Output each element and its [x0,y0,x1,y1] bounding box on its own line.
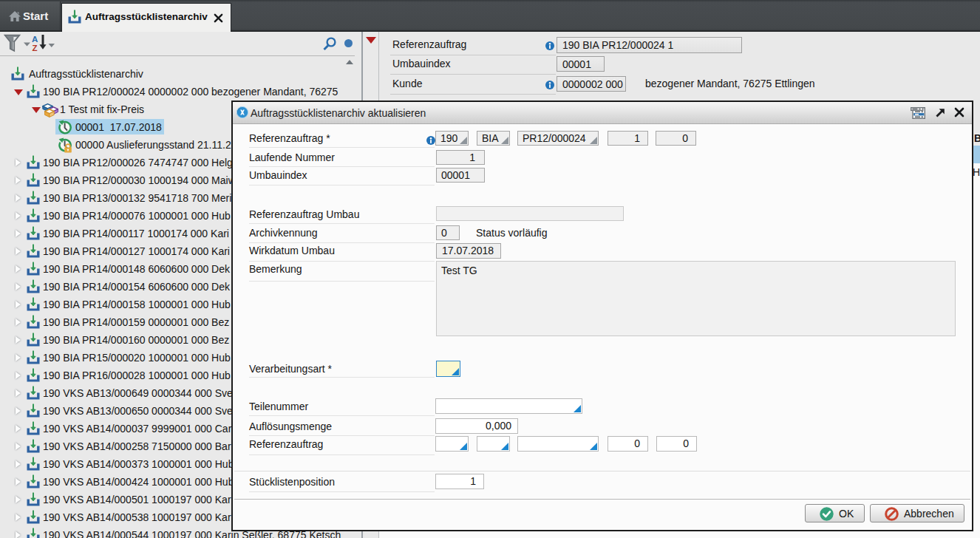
form-row: Kundebezogener Mandant, 76275 Ettlingen [390,75,980,94]
laufende-nummer-field[interactable]: 1 [436,150,485,165]
tree-expander-collapsed-icon[interactable] [14,242,24,260]
ok-button[interactable]: OK [805,504,865,522]
tree-expander-collapsed-icon[interactable] [14,296,24,313]
tree-expander-collapsed-icon[interactable] [14,384,24,402]
group-separator [234,471,970,471]
tab-start[interactable]: Start [0,1,61,30]
tree-expander-collapsed-icon[interactable] [14,189,24,207]
status-text: Status vorläufig [476,227,548,239]
referenzauftrag2-part-field[interactable]: 0 [608,436,648,452]
referenzauftrag2-part-field[interactable]: 0 [656,436,697,452]
referenzauftrag-umbau-field[interactable] [436,206,624,221]
filter-button[interactable] [4,34,32,54]
row-separator [249,185,435,185]
dialog-detach-icon[interactable] [935,107,946,119]
ok-check-icon [820,507,834,521]
tree-item-label: 190 VKS AB14/000373 1000001 000 Hub [43,455,234,473]
panel-collapse-icon[interactable] [366,37,376,44]
dialog-field-label: Teilenummer [249,401,308,412]
aufloesungsmenge-field[interactable]: 0,000 [435,418,518,434]
form-row: Referenzauftrag [390,35,980,55]
form-label: Kunde [392,78,422,89]
tab-close-icon[interactable] [214,13,223,23]
tree-item-label: 190 BIA PR12/000030 1000194 000 Maiw [43,171,236,189]
teilenummer-field[interactable] [435,398,582,414]
form-input[interactable] [557,76,626,92]
referenzauftrag-part-field[interactable]: 1 [608,131,648,146]
tree-item-label: 00000 Auslieferungsstand 21.11.2 [75,136,231,154]
tree-expander-collapsed-icon[interactable] [14,473,24,491]
dialog-close-icon[interactable] [954,107,964,119]
toolbar-separator [0,55,355,56]
row-separator [249,281,435,282]
history-clock-lock-icon [57,137,72,152]
cancel-button[interactable]: Abbrechen [870,504,964,522]
tree-expander-collapsed-icon[interactable] [14,526,24,538]
form-input[interactable] [557,37,742,53]
wirkdatum-umbau-field[interactable]: 17.07.2018 [436,243,501,259]
dialog-field-label: Referenzauftrag [249,438,323,450]
tree-expander-collapsed-icon[interactable] [14,154,24,171]
umbauindex-field[interactable]: 00001 [436,168,485,183]
tree-expander-collapsed-icon[interactable] [14,402,24,420]
referenzauftrag2-part-field[interactable] [517,436,599,452]
search-icon[interactable] [322,36,337,51]
tree-item[interactable]: 190 BIA PR12/000024 0000002 000 bezogene… [0,83,361,101]
tree-item-label: 190 VKS AB14/000424 1000001 000 Hub [43,473,234,491]
referenzauftrag-part-field[interactable]: 190 [435,131,469,146]
verarbeitungsart-field[interactable] [436,361,460,377]
tree-expander-collapsed-icon[interactable] [14,437,24,455]
tree-expander-collapsed-icon[interactable] [14,331,24,349]
tree-item-label: 190 VKS AB13/000650 0000344 000 Sve [43,402,233,420]
download-tray-icon [26,474,41,489]
tree-expander-collapsed-icon[interactable] [14,225,24,242]
form-input[interactable] [557,56,605,72]
tree-expander-collapsed-icon[interactable] [14,313,24,331]
tree-expander-collapsed-icon[interactable] [14,260,24,278]
dialog-title: Auftragsstücklistenarchiv aktualisieren [251,107,426,119]
tree-expander-collapsed-icon[interactable] [14,367,24,384]
tree-expander-collapsed-icon[interactable] [14,420,24,437]
stuecklistenposition-field[interactable]: 1 [435,474,484,489]
info-icon[interactable] [426,135,435,147]
info-icon[interactable] [545,80,554,92]
tab-bar: Start Auftragsstücklistenarchiv [0,0,980,32]
download-tray-icon [26,350,41,365]
form-label: Referenzauftrag [392,38,466,50]
referenzauftrag2-part-field[interactable] [477,436,510,452]
tree-expander-collapsed-icon[interactable] [14,349,24,367]
row-separator [390,94,556,95]
tree-expander-expanded-icon[interactable] [14,83,24,101]
tree-item-label: 190 BIA PR14/000160 0000001 000 Bez [43,331,229,349]
tree-expander-collapsed-icon[interactable] [14,508,24,526]
info-icon[interactable] [545,41,554,52]
tab-start-label: Start [23,10,48,22]
referenzauftrag-part-field[interactable]: 0 [656,131,696,146]
tree-expander-collapsed-icon[interactable] [14,278,24,296]
download-tray-icon [26,528,41,538]
download-tray-icon [26,439,41,454]
dialog-titlebar[interactable]: Auftragsstücklistenarchiv aktualisieren [233,102,972,124]
sort-az-button[interactable] [32,34,55,54]
referenzauftrag-part-field[interactable]: PR12/000024 [517,131,599,146]
dialog-dock-icon[interactable] [911,107,925,119]
bemerkung-textarea[interactable]: Test TG [436,261,956,336]
referenzauftrag-part-field[interactable]: BIA [477,131,510,146]
tab-auftragsstuecklistenarchiv[interactable]: Auftragsstücklistenarchiv [61,3,231,32]
footer-separator [234,499,970,500]
tree-expander-collapsed-icon[interactable] [14,207,24,225]
referenzauftrag2-part-field[interactable] [435,436,469,452]
form-row: Umbauindex [390,55,980,74]
download-tray-icon [26,244,41,259]
download-tray-icon [26,333,41,347]
form-note: bezogener Mandant, 76275 Ettlingen [645,78,815,89]
tree-item-label: 190 BIA PR14/000159 0000001 000 Bez [43,313,229,331]
tree-item[interactable]: Auftragsstücklistenarchiv [0,65,361,83]
tree-expander-collapsed-icon[interactable] [14,455,24,473]
download-tray-icon [26,492,41,507]
tree-expander-expanded-icon[interactable] [32,101,42,118]
archivkennung-field[interactable]: 0 [436,225,460,240]
row-separator [249,223,435,224]
tree-expander-collapsed-icon[interactable] [14,491,24,508]
tree-expander-collapsed-icon[interactable] [14,171,24,189]
